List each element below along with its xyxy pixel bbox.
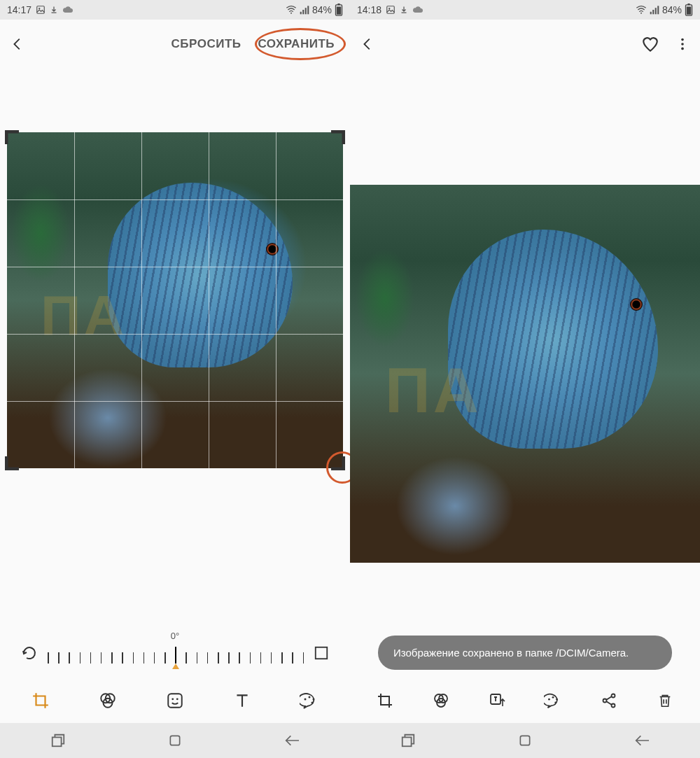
rotation-degree-label: 0° [171,631,179,641]
svg-rect-3 [300,12,302,15]
cloud-icon [412,6,424,14]
displayed-image: ПА [350,185,700,563]
viewer-toolbar [350,678,700,723]
save-toast: Изображение сохранено в папке /DCIM/Came… [378,636,672,670]
download-icon [50,5,58,15]
crop-canvas-area: ПА [0,69,350,615]
svg-rect-5 [305,8,307,14]
svg-point-16 [176,698,178,700]
status-battery-percent: 84% [662,4,682,15]
svg-point-1 [38,8,40,9]
svg-rect-28 [655,8,657,14]
svg-rect-26 [650,12,652,15]
svg-rect-22 [170,736,179,745]
viewer-screen: 14:18 84% [350,0,700,758]
autotext-button[interactable] [482,685,512,716]
svg-rect-9 [337,7,341,15]
svg-point-25 [640,13,642,14]
wifi-icon [636,5,647,15]
nav-back-button[interactable] [621,727,663,755]
battery-icon [335,3,343,16]
reset-button[interactable]: СБРОСИТЬ [166,34,247,54]
share-button[interactable] [594,685,624,716]
cloud-icon [62,6,74,14]
crop-frame[interactable]: ПА [7,132,343,468]
svg-point-40 [548,699,550,701]
image-icon [36,5,46,15]
nav-home-button[interactable] [154,727,196,755]
rotation-marker [172,664,179,669]
status-bar: 14:18 84% [350,0,700,20]
crop-handle-tr[interactable] [327,130,345,148]
edit-crop-button[interactable] [370,685,400,716]
status-time: 14:17 [7,4,31,15]
rotation-ruler: 0° [0,615,350,678]
system-nav-bar [0,723,350,758]
svg-point-2 [290,13,292,14]
svg-rect-29 [657,6,659,14]
svg-rect-10 [316,647,328,659]
back-button[interactable] [360,36,375,52]
status-battery-percent: 84% [312,4,332,15]
svg-point-17 [304,699,307,701]
more-button[interactable] [675,36,690,52]
nav-back-button[interactable] [271,727,313,755]
nav-recent-button[interactable] [37,727,79,755]
signal-icon [650,5,659,15]
rotation-slider[interactable] [48,643,304,664]
status-time: 14:18 [357,4,382,15]
back-button[interactable] [10,36,25,52]
svg-point-20 [312,702,314,704]
delete-button[interactable] [650,685,680,716]
nav-recent-button[interactable] [387,727,429,755]
svg-point-24 [388,8,390,9]
svg-rect-14 [168,694,182,708]
battery-icon [685,3,693,16]
image-preview: ПА [7,132,343,468]
crop-handle-bl[interactable] [5,452,23,470]
svg-point-18 [309,696,311,699]
svg-rect-4 [302,10,304,14]
svg-rect-48 [520,736,529,745]
palette-button[interactable] [538,685,568,716]
text-tool-button[interactable] [227,685,258,716]
aspect-ratio-button[interactable] [314,645,329,661]
system-nav-bar [350,723,700,758]
save-button[interactable]: СОХРАНИТЬ [253,34,341,54]
editor-screen: 14:17 84% [0,0,350,758]
filters-tool-button[interactable] [92,685,123,716]
crop-handle-tl[interactable] [5,130,23,148]
editor-toolbar [0,678,350,723]
signal-icon [300,5,309,15]
rotate-90-button[interactable] [21,645,38,661]
svg-rect-0 [37,6,45,14]
image-viewer[interactable]: ПА Изображение сохранено в папке /DCIM/C… [350,69,700,678]
svg-point-35 [681,48,684,50]
svg-point-43 [554,701,556,703]
download-icon [400,5,408,15]
svg-point-19 [313,699,315,701]
filters-button[interactable] [426,685,456,716]
svg-point-15 [172,698,174,700]
svg-rect-8 [337,3,340,5]
svg-rect-32 [687,7,691,15]
editor-header: СБРОСИТЬ СОХРАНИТЬ [0,20,350,69]
nav-home-button[interactable] [504,727,546,755]
image-icon [386,5,396,15]
svg-rect-27 [652,10,654,14]
svg-point-33 [681,38,684,41]
svg-rect-21 [52,737,62,746]
svg-point-41 [552,696,554,699]
crop-tool-button[interactable] [25,685,56,716]
draw-tool-button[interactable] [294,685,325,716]
viewer-header [350,20,700,69]
svg-rect-31 [687,3,690,5]
svg-rect-47 [402,737,412,746]
sticker-tool-button[interactable] [160,685,190,716]
svg-rect-23 [387,6,395,14]
crop-handle-br[interactable] [327,452,345,470]
svg-point-34 [681,43,684,45]
wifi-icon [286,5,297,15]
favorite-button[interactable] [641,35,659,53]
svg-rect-6 [307,6,309,14]
